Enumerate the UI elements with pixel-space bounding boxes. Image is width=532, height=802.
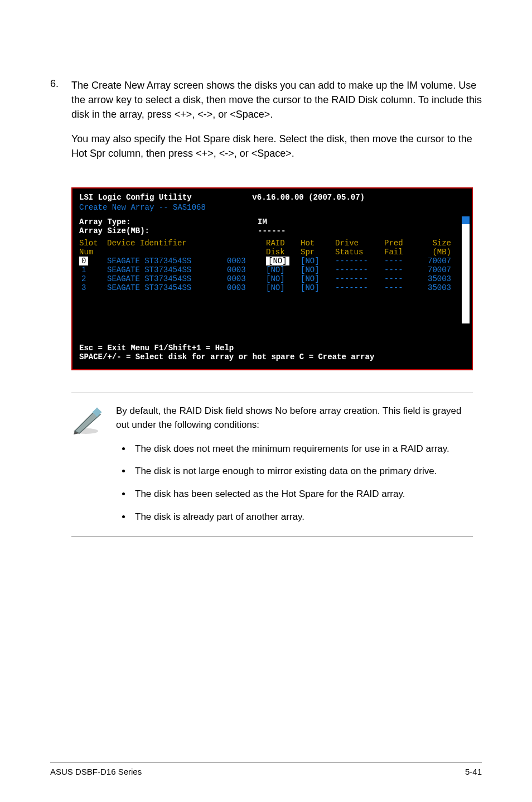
terminal-subtitle: Create New Array -- SAS1068 [76,203,468,214]
raid-cell: [NO] [266,265,301,274]
terminal-help-line-2: SPACE/+/- = Select disk for array or hot… [79,352,465,361]
raid-cell: [NO] [266,274,301,283]
rev-cell: 0003 [227,283,266,292]
list-item: The disk is already part of another arra… [132,510,473,524]
step-number: 6. [50,78,56,171]
col-pred-h2: Fail [384,248,418,257]
array-type-value: IM [258,218,286,226]
drv-cell: ------- [335,283,384,292]
pencil-note-icon [71,404,103,533]
terminal-utility-title: LSI Logic Config Utility [79,193,192,202]
footer-page-number: 5-41 [465,767,482,776]
hot-cell: [NO] [301,283,335,292]
slot-cell: 1 [79,265,107,274]
col-size-h2: (MB) [418,248,451,257]
list-item: The disk does not meet the minimum requi… [132,442,473,456]
list-item: The disk is not large enough to mirror e… [132,465,473,479]
pred-cell: ---- [384,257,418,265]
hot-cell: [NO] [301,274,335,283]
terminal-screenshot: LSI Logic Config Utility v6.16.00.00 (20… [71,187,473,370]
array-type-label: Array Type: [79,218,258,226]
dev-cell: SEAGATE ST373454SS [107,274,227,283]
size-cell: 70007 [418,265,451,274]
slot-cell: 2 [79,274,107,283]
rev-cell: 0003 [227,274,266,283]
note-intro: By default, the RAID Disk field shows No… [116,404,473,432]
raid-cell: [NO] [266,283,301,292]
col-pred-h1: Pred [384,239,418,248]
col-hot-h2: Spr [301,248,335,257]
size-cell: 35003 [418,283,451,292]
dev-cell: SEAGATE ST373454SS [107,283,227,292]
table-row: 1 SEAGATE ST373454SS 0003 [NO] [NO] ----… [79,265,465,274]
col-slot-h2: Num [79,248,107,257]
col-hot-h1: Hot [301,239,335,248]
array-size-value: ------ [258,226,286,235]
drv-cell: ------- [335,257,384,265]
array-size-label: Array Size(MB): [79,226,258,235]
col-size-h1: Size [418,239,451,248]
raid-cell: [NO] [266,257,289,265]
col-raid-h2: Disk [266,248,301,257]
pred-cell: ---- [384,265,418,274]
slot-cell: 3 [79,283,107,292]
pred-cell: ---- [384,283,418,292]
table-row: 3 SEAGATE ST373454SS 0003 [NO] [NO] ----… [79,283,465,292]
list-item: The disk has been selected as the Hot Sp… [132,487,473,501]
rev-cell: 0003 [227,257,266,265]
col-slot-h1: Slot [79,239,107,248]
pred-cell: ---- [384,274,418,283]
footer-product: ASUS DSBF-D16 Series [50,767,142,776]
note-list: The disk does not meet the minimum requi… [127,442,473,524]
col-raid-h1: RAID [266,239,301,248]
size-cell: 35003 [418,274,451,283]
terminal-version: v6.16.00.00 (2007.05.07) [252,193,365,202]
dev-cell: SEAGATE ST373454SS [107,265,227,274]
step-para-2: You may also specify the Hot Spare disk … [71,132,482,161]
col-drv-h2: Status [335,248,384,257]
drv-cell: ------- [335,274,384,283]
drv-cell: ------- [335,265,384,274]
step-para-1: The Create New Array screen shows the di… [71,78,482,122]
dev-cell: SEAGATE ST373454SS [107,257,227,265]
terminal-array-info: Array Type: Array Size(MB): IM ------ [76,214,468,235]
size-cell: 70007 [418,257,451,265]
terminal-table: Slot Device Identifier RAID Hot Drive Pr… [76,235,468,340]
terminal-help-line-1: Esc = Exit Menu F1/Shift+1 = Help [79,344,465,352]
slot-cell: 0 [79,257,88,265]
hot-cell: [NO] [301,265,335,274]
terminal-scrollbar [462,216,470,323]
rev-cell: 0003 [227,265,266,274]
step-body: The Create New Array screen shows the di… [71,78,482,171]
col-dev-h1: Device Identifier [107,239,227,248]
hot-cell: [NO] [301,257,335,265]
col-drv-h1: Drive [335,239,384,248]
table-row: 2 SEAGATE ST373454SS 0003 [NO] [NO] ----… [79,274,465,283]
table-row: 0 SEAGATE ST373454SS 0003 [NO] [NO] ----… [79,257,465,265]
